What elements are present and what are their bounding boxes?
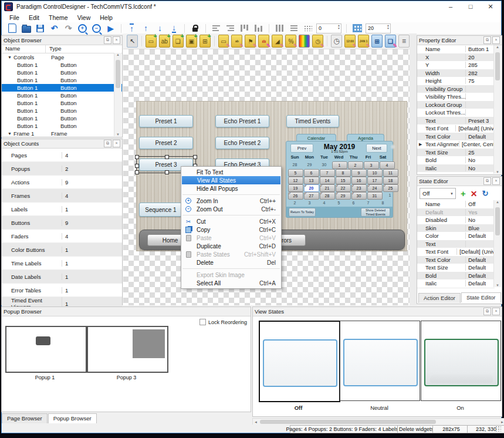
scrollbar-thumb[interactable] xyxy=(495,207,500,235)
context-menu-item-view-all-states[interactable]: View All States xyxy=(182,176,280,184)
align-right-button[interactable] xyxy=(225,23,236,33)
menu-edit[interactable]: Edit xyxy=(25,14,43,22)
context-menu-item-cut[interactable]: ✂CutCtrl+X xyxy=(181,217,281,225)
context-menu-item-delete[interactable]: DeleteDel xyxy=(181,258,281,267)
new-file-button[interactable] xyxy=(6,23,18,33)
object-row[interactable]: Button 1Button xyxy=(2,84,122,92)
spinner-arrows-icon[interactable]: ▲▼ xyxy=(387,24,390,31)
scroll-down-icon[interactable]: ▼ xyxy=(496,170,499,174)
raise-button[interactable]: ↑ xyxy=(140,23,151,33)
scrollbar-thumb[interactable] xyxy=(495,52,500,80)
close-panel-icon[interactable]: × xyxy=(492,36,500,44)
context-menu-item-zoom-out[interactable]: −Zoom OutCtrl+- xyxy=(181,205,281,213)
clock-icon[interactable]: ◷ xyxy=(331,35,342,48)
state-row-value[interactable]: Default xyxy=(466,280,486,287)
send-to-back-button[interactable]: ↓ xyxy=(168,23,180,33)
property-row[interactable]: X20 xyxy=(417,53,495,62)
state-preview-neutral[interactable] xyxy=(340,321,420,401)
property-row[interactable]: Y285 xyxy=(417,61,495,69)
state-select-dropdown[interactable]: Off ▼ xyxy=(420,188,456,199)
row-expand-icon[interactable]: ▶ xyxy=(419,142,422,147)
calendar-day-3[interactable]: 3 xyxy=(364,161,379,169)
date-label-icon[interactable]: JAN 1✎ xyxy=(358,35,369,48)
property-row[interactable]: Text Font[Default] (Univers... xyxy=(417,124,495,133)
lock-reordering-checkbox[interactable] xyxy=(199,319,206,325)
canvas-button-preset2[interactable]: Preset 2 xyxy=(139,137,193,149)
calendar-day-26[interactable]: 26✓ xyxy=(288,192,303,200)
calendar-day-31[interactable]: 31 xyxy=(367,192,383,200)
property-row-value[interactable]: No xyxy=(466,165,475,171)
resize-handle-ne[interactable] xyxy=(193,155,197,159)
scrollbar-thumb[interactable] xyxy=(116,60,120,88)
resize-handle-w[interactable] xyxy=(135,164,139,168)
state-row[interactable]: Icon xyxy=(417,288,495,289)
show-grid-button[interactable] xyxy=(351,23,363,33)
property-row[interactable]: Visibility Thres... xyxy=(417,93,495,101)
property-row-value[interactable]: 25 xyxy=(466,149,475,156)
tab-action-editor[interactable]: Action Editor xyxy=(418,293,461,303)
minimize-button[interactable]: – xyxy=(447,3,454,11)
state-row-value[interactable]: No xyxy=(466,217,475,223)
resize-grip[interactable] xyxy=(495,426,501,432)
tree-expand-icon[interactable]: ▼ xyxy=(8,132,12,136)
property-row-value[interactable]: [Center, Center] xyxy=(459,141,495,147)
object-row[interactable]: Button 1Button xyxy=(2,92,122,99)
calendar-day-28[interactable]: 28✓ xyxy=(320,192,335,200)
menu-file[interactable]: File xyxy=(5,14,23,22)
object-row[interactable]: Button 1Button xyxy=(2,99,122,107)
calendar-day-25[interactable]: 25✓ xyxy=(383,184,398,192)
calendar-day-5[interactable]: 5 xyxy=(288,169,303,177)
float-panel-icon[interactable]: ⧉ xyxy=(483,36,491,44)
calendar-day-6[interactable]: 6 xyxy=(304,169,319,177)
scrollbar-thumb[interactable] xyxy=(260,420,436,424)
snap-grid-button[interactable] xyxy=(302,23,313,33)
state-row-value[interactable]: Default xyxy=(466,233,486,239)
state-preview-off[interactable] xyxy=(259,321,340,402)
state-row-value[interactable]: Off xyxy=(466,201,476,207)
object-row[interactable]: Button 1Button xyxy=(2,122,122,130)
tab-state-editor[interactable]: State Editor xyxy=(461,292,501,302)
calendar-next-button[interactable]: Next xyxy=(366,144,387,153)
calendar-day-8[interactable]: 8 xyxy=(336,169,351,177)
tree-expand-icon[interactable]: ▼ xyxy=(8,55,12,59)
tab-popup-browser[interactable]: Popup Browser xyxy=(48,413,97,423)
color-button-icon[interactable] xyxy=(299,35,310,48)
calendar-day-24[interactable]: 24✓ xyxy=(367,184,383,192)
context-menu-item-zoom-in[interactable]: +Zoom InCtrl++ xyxy=(181,197,281,205)
canvas-button-preset1[interactable]: Preset 1 xyxy=(139,115,193,127)
property-row[interactable]: TextPreset 3 xyxy=(417,117,495,125)
canvas-button-echo-preset1[interactable]: Echo Preset 1 xyxy=(215,115,269,127)
property-row-value[interactable]: [Default] (Univers... xyxy=(456,125,495,132)
object-row[interactable]: Button 1Button xyxy=(2,114,122,122)
scroll-right-icon[interactable]: ► xyxy=(500,420,504,424)
object-row[interactable]: Button 1Button xyxy=(2,61,122,69)
run-preview-button[interactable]: ▶ xyxy=(105,23,116,33)
redo-button[interactable]: ↷ xyxy=(63,23,74,33)
property-row[interactable]: Visibility Group xyxy=(417,85,495,93)
lower-button[interactable]: ↓ xyxy=(154,23,165,33)
select-cursor-icon[interactable]: ↖ xyxy=(127,35,138,48)
resize-handle-n[interactable] xyxy=(165,155,169,159)
context-menu-item-duplicate[interactable]: DuplicateCtrl+D xyxy=(181,242,281,250)
resize-handle-nw[interactable] xyxy=(135,155,139,159)
state-preview-on[interactable] xyxy=(421,321,501,401)
object-browser-scrollbar[interactable]: ▲ ▼ xyxy=(114,53,121,136)
tab-page-browser[interactable]: Page Browser xyxy=(2,413,48,423)
popup-thumbnail-1[interactable] xyxy=(5,326,87,373)
property-row[interactable]: Height75 xyxy=(417,77,495,85)
time-label-icon[interactable]: 12:00✎ xyxy=(344,35,356,48)
object-row[interactable]: ▼Frame 1Frame xyxy=(2,130,122,137)
edit-fader-icon[interactable]: ılı✎ xyxy=(258,35,269,48)
property-row-value[interactable]: Preset 3 xyxy=(466,117,489,124)
align-top-button[interactable] xyxy=(239,23,250,33)
align-left-button[interactable] xyxy=(211,23,222,33)
design-canvas[interactable]: Preset 1 Preset 2 Echo Preset 1 Echo Pre… xyxy=(123,49,410,305)
close-panel-icon[interactable]: × xyxy=(113,140,120,147)
float-panel-icon[interactable]: ⧉ xyxy=(483,177,491,185)
open-file-button[interactable] xyxy=(21,23,32,33)
state-row[interactable]: BoldDefault xyxy=(417,272,495,280)
property-row-value[interactable]: 285 xyxy=(466,62,478,68)
column-header-type[interactable]: Type xyxy=(46,45,62,53)
resize-handle-s[interactable] xyxy=(165,170,169,174)
close-panel-icon[interactable]: × xyxy=(492,177,500,185)
